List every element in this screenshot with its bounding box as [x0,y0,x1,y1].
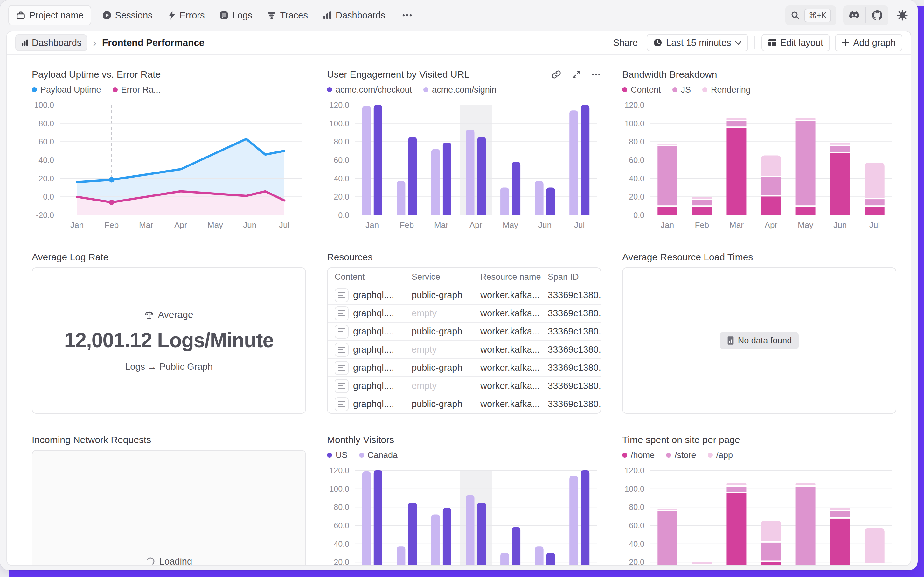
table-row[interactable]: graphql.... empty worker.kafka... 33369c… [328,377,601,395]
copy-link-button[interactable] [551,69,562,80]
tile-title: Time spent on site per page [622,434,740,445]
log-row-icon [334,306,349,321]
log-row-icon [334,379,349,393]
service-cell: empty [411,308,480,319]
github-button[interactable] [866,5,889,25]
svg-text:Jul: Jul [869,220,880,230]
nav-item-traces[interactable]: Traces [267,10,308,21]
svg-text:May: May [503,220,518,230]
legend-item[interactable]: Payload Uptime [32,85,101,95]
svg-text:Jun: Jun [538,220,551,230]
svg-text:100.0: 100.0 [624,484,644,493]
nav-label: Errors [180,10,205,21]
legend-item[interactable]: Canada [359,450,398,460]
log-row-icon [334,361,349,375]
table-row[interactable]: graphql.... public-graph worker.kafka...… [328,395,601,413]
time-range-dropdown[interactable]: Last 15 minutes [647,34,748,51]
nav-label: Traces [280,10,308,21]
tile-payload-uptime: Payload Uptime vs. Error Rate Payload Up… [32,69,306,231]
logs-icon [219,11,229,20]
nav-item-dashboards[interactable]: Dashboards [323,10,385,21]
tile-title: Resources [327,252,373,263]
breadcrumb-label: Dashboards [32,37,82,48]
svg-text:120.0: 120.0 [624,466,644,475]
service-cell: public-graph [411,399,480,409]
settings-button[interactable] [895,8,910,22]
chart-legend: /home /store /app [622,450,896,460]
tile-title: Incoming Network Requests [32,434,151,445]
add-graph-button[interactable]: Add graph [835,34,902,51]
app-window: Project name Sessions Errors Logs Trace [0,0,918,570]
legend-item[interactable]: Rendering [702,85,750,95]
legend-item[interactable]: Error Ra... [112,85,161,95]
github-icon [872,10,882,20]
legend-item[interactable]: /app [708,450,733,460]
svg-text:60.0: 60.0 [39,137,54,146]
discord-icon [849,11,860,20]
nav-item-errors[interactable]: Errors [167,10,205,21]
svg-text:120.0: 120.0 [329,466,349,475]
tile-menu-button[interactable] [591,73,601,76]
svg-text:Jan: Jan [660,220,674,230]
clock-icon [653,38,662,47]
edit-layout-button[interactable]: Edit layout [762,34,830,51]
service-cell: empty [411,344,480,355]
legend-dot [359,453,364,458]
legend-dot [622,87,627,92]
table-row[interactable]: graphql.... public-graph worker.kafka...… [328,323,601,341]
expand-button[interactable] [571,69,582,79]
table-row[interactable]: graphql.... empty worker.kafka... 33369c… [328,341,601,359]
legend-dot [702,87,707,92]
nav-label: Logs [232,10,252,21]
no-data-label: No data found [738,336,792,346]
svg-text:80.0: 80.0 [334,137,349,146]
search-button[interactable]: ⌘+K [785,5,836,25]
svg-text:May: May [798,220,813,230]
svg-text:100.0: 100.0 [34,101,54,110]
nav-more-button[interactable] [400,12,415,19]
log-row-icon [334,288,349,302]
breadcrumb-dashboards[interactable]: Dashboards [15,34,87,51]
no-data-icon [727,336,734,345]
svg-text:80.0: 80.0 [629,137,644,146]
divider [754,36,755,49]
svg-text:Apr: Apr [174,220,187,230]
span-id-cell: 33369c1380... [548,380,601,391]
legend-label: Error Ra... [121,85,161,95]
project-icon [16,11,26,20]
nav-item-sessions[interactable]: Sessions [102,10,153,21]
project-switcher-button[interactable]: Project name [8,5,91,26]
legend-item[interactable]: US [327,450,348,460]
table-row[interactable]: graphql.... public-graph worker.kafka...… [328,287,601,305]
svg-text:May: May [207,220,223,230]
legend-dot [666,453,671,458]
svg-text:0.0: 0.0 [43,192,54,201]
legend-dot [708,453,713,458]
svg-text:20.0: 20.0 [334,558,349,566]
legend-label: JS [681,85,691,95]
resource-cell: worker.kafka... [480,380,548,391]
legend-item[interactable]: /home [622,450,655,460]
legend-item[interactable]: acme.com/checkout [327,85,412,95]
table-row[interactable]: graphql.... public-graph worker.kafka...… [328,359,601,377]
content-panel: Dashboards › Frontend Performance Share … [6,31,911,566]
span-id-cell: 33369c1380... [548,399,601,409]
legend-item[interactable]: JS [672,85,691,95]
legend-item[interactable]: /store [666,450,696,460]
column-header: Service [411,272,480,282]
log-rate-source: Logs → Public Graph [64,361,273,372]
svg-text:20.0: 20.0 [629,558,644,566]
share-button[interactable]: Share [613,37,638,48]
nav-item-logs[interactable]: Logs [219,10,252,21]
chevron-down-icon [735,41,741,45]
legend-item[interactable]: Content [622,85,661,95]
discord-button[interactable] [843,5,866,25]
tile-title: Average Log Rate [32,252,108,263]
resource-cell: worker.kafka... [480,326,548,337]
nav-label: Dashboards [336,10,385,21]
legend-dot [423,87,429,92]
legend-item[interactable]: acme.com/signin [423,85,497,95]
table-row[interactable]: graphql.... empty worker.kafka... 33369c… [328,305,601,323]
svg-text:Jul: Jul [279,220,289,230]
log-row-icon [334,343,349,357]
